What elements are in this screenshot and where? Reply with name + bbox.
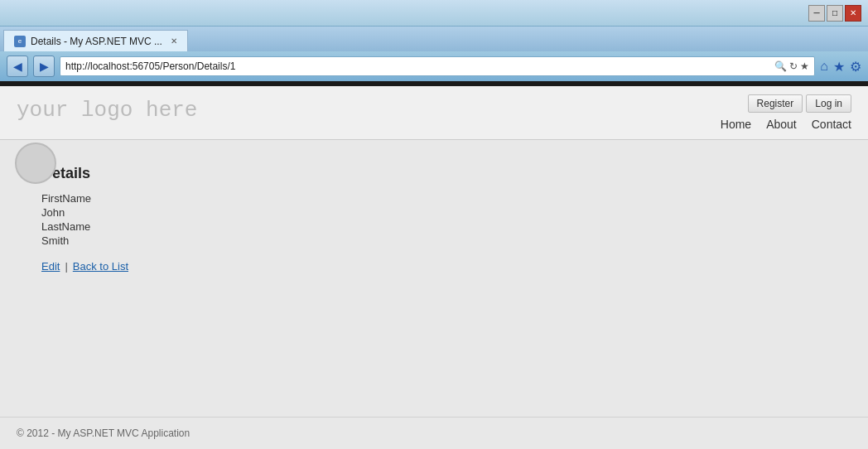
avatar	[15, 142, 56, 184]
browser-tab[interactable]: e Details - My ASP.NET MVC ... ✕	[3, 30, 188, 51]
title-bar-controls: ─ □ ✕	[808, 5, 861, 22]
nav-contact[interactable]: Contact	[812, 118, 851, 131]
page-title: Details	[41, 165, 827, 182]
toolbar-icons: ⌂ ★ ⚙	[820, 59, 861, 75]
header-right: Register Log in Home About Contact	[721, 94, 851, 131]
footer-text: © 2012 - My ASP.NET MVC Application	[17, 427, 190, 439]
auth-buttons: Register Log in	[748, 94, 851, 113]
address-icons: 🔍 ↻ ★	[774, 60, 809, 72]
forward-button[interactable]: ▶	[33, 56, 55, 77]
tab-favicon: e	[14, 36, 26, 47]
edit-link[interactable]: Edit	[41, 260, 60, 273]
main-content: Details FirstName John LastName Smith Ed…	[0, 140, 868, 417]
refresh-icon[interactable]: ↻	[789, 60, 798, 72]
firstname-value: John	[41, 206, 827, 219]
title-bar: ─ □ ✕	[0, 0, 868, 27]
home-icon[interactable]: ⌂	[820, 59, 828, 74]
address-input-wrap: 🔍 ↻ ★	[60, 56, 815, 76]
browser-window: ─ □ ✕ e Details - My ASP.NET MVC ... ✕ ◀…	[0, 0, 868, 449]
back-to-list-link[interactable]: Back to List	[73, 260, 128, 273]
settings-icon[interactable]: ⚙	[850, 59, 861, 75]
nav-about[interactable]: About	[766, 118, 797, 131]
minimize-button[interactable]: ─	[808, 5, 825, 22]
nav-links: Home About Contact	[721, 118, 851, 131]
tab-bar: e Details - My ASP.NET MVC ... ✕	[0, 27, 868, 51]
address-bar: ◀ ▶ 🔍 ↻ ★ ⌂ ★ ⚙	[0, 51, 868, 81]
lastname-label: LastName	[41, 220, 827, 233]
site-header: your logo here Register Log in Home Abou…	[0, 86, 868, 140]
register-button[interactable]: Register	[748, 94, 803, 113]
actions: Edit | Back to List	[41, 260, 827, 273]
firstname-label: FirstName	[41, 192, 827, 205]
page-content: your logo here Register Log in Home Abou…	[0, 86, 868, 449]
action-separator: |	[65, 260, 67, 273]
site-footer: © 2012 - My ASP.NET MVC Application	[0, 417, 868, 449]
login-button[interactable]: Log in	[806, 94, 851, 113]
lastname-value: Smith	[41, 234, 827, 247]
nav-home[interactable]: Home	[721, 118, 751, 131]
favorite-icon[interactable]: ★	[800, 60, 809, 72]
close-button[interactable]: ✕	[845, 5, 861, 22]
tab-close-button[interactable]: ✕	[171, 36, 177, 46]
search-icon: 🔍	[774, 60, 787, 72]
tab-label: Details - My ASP.NET MVC ...	[31, 36, 162, 47]
address-input[interactable]	[65, 60, 774, 72]
site-logo: your logo here	[17, 94, 197, 123]
maximize-button[interactable]: □	[827, 5, 843, 22]
back-button[interactable]: ◀	[7, 56, 28, 77]
star-icon[interactable]: ★	[833, 59, 845, 75]
